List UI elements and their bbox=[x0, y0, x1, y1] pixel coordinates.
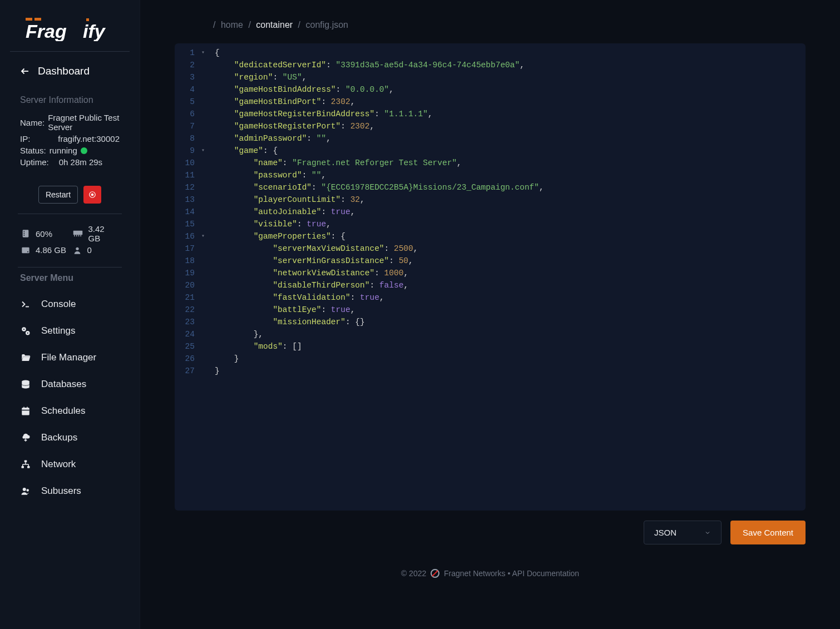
svg-rect-9 bbox=[24, 231, 24, 232]
fold-column[interactable]: ▾ ▾ ▾ bbox=[201, 43, 208, 511]
svg-rect-32 bbox=[22, 466, 24, 468]
disk-value: 4.86 GB bbox=[36, 245, 66, 255]
status-label: Status: bbox=[20, 146, 46, 155]
svg-rect-33 bbox=[27, 466, 30, 468]
folder-open-icon bbox=[20, 353, 31, 363]
menu-label: Schedules bbox=[41, 405, 85, 417]
database-icon bbox=[20, 379, 31, 389]
svg-text:ify: ify bbox=[83, 21, 106, 41]
svg-text:Frag: Frag bbox=[26, 21, 67, 41]
menu-item-schedules[interactable]: Schedules bbox=[10, 398, 130, 424]
menu-label: Backups bbox=[41, 432, 77, 443]
uptime-value: 0h 28m 29s bbox=[59, 157, 102, 167]
footer-docs-link[interactable]: API Documentation bbox=[512, 569, 579, 578]
menu-label: Network bbox=[41, 459, 76, 470]
svg-rect-12 bbox=[73, 231, 82, 235]
editor-toolbar: JSON Save Content bbox=[175, 521, 806, 544]
network-icon bbox=[20, 459, 31, 469]
menu-label: Subusers bbox=[41, 486, 81, 497]
sidebar: Frag ify Dashboard Server Information Na… bbox=[0, 0, 140, 629]
svg-rect-13 bbox=[74, 235, 75, 236]
svg-point-19 bbox=[76, 247, 78, 250]
server-menu-heading: Server Menu bbox=[10, 268, 130, 291]
menu-label: File Manager bbox=[41, 352, 96, 363]
code-content[interactable]: { "dedicatedServerId": "3391d3a5-ae5d-4a… bbox=[208, 43, 806, 511]
arrow-left-icon bbox=[20, 66, 30, 76]
svg-rect-14 bbox=[76, 235, 77, 236]
dashboard-label: Dashboard bbox=[38, 65, 90, 77]
gears-icon bbox=[20, 326, 31, 336]
users-value: 0 bbox=[87, 245, 92, 255]
ip-label: IP: bbox=[20, 134, 30, 143]
kill-button[interactable] bbox=[83, 186, 101, 204]
server-info-heading: Server Information bbox=[10, 95, 130, 105]
footer-logo-icon bbox=[431, 569, 439, 578]
menu-label: Settings bbox=[41, 325, 75, 336]
svg-point-38 bbox=[23, 488, 26, 491]
divider bbox=[10, 51, 130, 52]
stop-circle-icon bbox=[88, 191, 96, 199]
svg-rect-15 bbox=[78, 235, 79, 236]
users-icon bbox=[20, 486, 31, 496]
menu-label: Console bbox=[41, 299, 76, 310]
footer-copyright: © 2022 bbox=[401, 569, 426, 578]
ip-value: fragify.net:30002 bbox=[58, 134, 120, 143]
cpu-icon bbox=[21, 229, 30, 238]
menu-item-databases[interactable]: Databases bbox=[10, 371, 130, 398]
breadcrumb-container[interactable]: container bbox=[256, 20, 293, 29]
dashboard-link[interactable]: Dashboard bbox=[10, 62, 130, 81]
svg-rect-11 bbox=[24, 235, 24, 236]
footer-company[interactable]: Fragnet Networks bbox=[444, 569, 505, 578]
status-indicator-icon bbox=[81, 147, 87, 154]
status-value: running bbox=[50, 146, 77, 155]
svg-rect-10 bbox=[24, 233, 24, 234]
menu-item-console[interactable]: Console bbox=[10, 291, 130, 318]
menu-item-network[interactable]: Network bbox=[10, 451, 130, 478]
breadcrumb-home[interactable]: home bbox=[221, 20, 243, 29]
svg-rect-31 bbox=[24, 460, 27, 463]
breadcrumb-file: config.json bbox=[305, 20, 348, 29]
format-select[interactable]: JSON bbox=[644, 521, 722, 544]
name-label: Name: bbox=[20, 118, 45, 127]
svg-point-39 bbox=[27, 489, 29, 492]
restart-button[interactable]: Restart bbox=[38, 186, 78, 204]
svg-rect-8 bbox=[23, 230, 29, 237]
uptime-label: Uptime: bbox=[20, 157, 49, 167]
name-value: Fragnet Public Test Server bbox=[48, 113, 120, 132]
svg-point-22 bbox=[23, 329, 24, 330]
svg-rect-26 bbox=[22, 408, 29, 415]
breadcrumb: / home / container / config.json bbox=[175, 20, 806, 30]
svg-point-7 bbox=[91, 194, 93, 196]
svg-point-24 bbox=[27, 333, 28, 334]
brand-logo: Frag ify bbox=[26, 16, 115, 41]
memory-icon bbox=[73, 229, 83, 238]
svg-rect-16 bbox=[80, 235, 81, 236]
user-icon bbox=[73, 246, 82, 255]
line-gutter: 1234567891011121314151617181920212223242… bbox=[175, 43, 201, 511]
menu-item-subusers[interactable]: Subusers bbox=[10, 478, 130, 504]
cloud-download-icon bbox=[20, 433, 31, 443]
code-editor[interactable]: 1234567891011121314151617181920212223242… bbox=[175, 43, 806, 511]
main-content: / home / container / config.json 1234567… bbox=[140, 0, 840, 629]
stats-block: 60% 3.42 GB 4.86 GB 0 bbox=[10, 214, 130, 267]
format-select-value: JSON bbox=[654, 528, 676, 537]
chevron-down-icon bbox=[704, 529, 711, 536]
svg-rect-17 bbox=[22, 247, 29, 253]
save-content-button[interactable]: Save Content bbox=[730, 521, 806, 544]
menu-label: Databases bbox=[41, 379, 86, 390]
calendar-icon bbox=[20, 406, 31, 416]
menu-item-settings[interactable]: Settings bbox=[10, 318, 130, 344]
disk-icon bbox=[21, 246, 30, 255]
ram-value: 3.42 GB bbox=[88, 224, 119, 243]
terminal-icon bbox=[20, 299, 31, 309]
menu-item-backups[interactable]: Backups bbox=[10, 424, 130, 451]
footer: © 2022 Fragnet Networks • API Documentat… bbox=[175, 569, 806, 578]
menu-item-file-manager[interactable]: File Manager bbox=[10, 344, 130, 371]
server-info-block: Name: Fragnet Public Test Server IP: fra… bbox=[10, 113, 130, 178]
svg-point-18 bbox=[27, 251, 28, 252]
cpu-value: 60% bbox=[36, 229, 52, 239]
